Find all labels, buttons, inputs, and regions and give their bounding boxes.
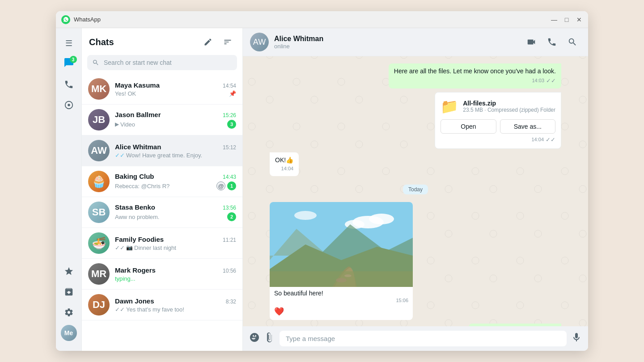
avatar-dawn: DJ (88, 294, 110, 316)
msg-meta-m2: 14:04 ✓✓ (441, 136, 555, 143)
chat-time-mark: 10:56 (223, 268, 236, 274)
chat-time-maya: 14:54 (223, 83, 236, 89)
nav-menu[interactable]: ☰ (60, 34, 78, 52)
unread-badge-jason: 3 (227, 120, 236, 129)
chat-item-maya[interactable]: MK Maya Kasuma 14:54 Yes! OK 📌 (82, 74, 242, 105)
new-chat-button[interactable] (200, 34, 216, 50)
message-m1: Here are all the files. Let me know once… (389, 63, 561, 88)
msg-text-m3: OK!👍 (275, 156, 293, 164)
chat-info-stasa: Stasa Benko 13:56 Aww no problem. 2 (115, 203, 236, 221)
chat-time-jason: 15:26 (223, 112, 236, 118)
attach-button[interactable] (264, 332, 275, 345)
voice-call-button[interactable] (543, 34, 560, 51)
svg-point-4 (369, 214, 394, 224)
chat-name-jason: Jason Ballmer (115, 111, 161, 118)
chat-preview-mark: typing... (115, 275, 236, 282)
chat-item-alice[interactable]: AW Alice Whitman 15:12 ✓✓ Wow! Have grea… (82, 135, 242, 166)
chat-item-baking[interactable]: 🧁 Baking Club 14:43 Rebecca: @Chris R? @… (82, 166, 242, 197)
unread-badge-baking: @ (216, 181, 225, 190)
titlebar: WhatsApp — □ ✕ (56, 11, 588, 28)
titlebar-title: WhatsApp (74, 16, 551, 23)
unread-badge-stasa: 2 (227, 212, 236, 221)
close-button[interactable]: ✕ (576, 16, 583, 23)
emoji-button[interactable] (249, 332, 260, 345)
nav-calls[interactable] (60, 76, 78, 93)
maximize-button[interactable]: □ (563, 16, 570, 23)
chat-filter-button[interactable] (220, 34, 235, 50)
chat-info-mark: Mark Rogers 10:56 typing... (115, 266, 236, 282)
chat-name-dawn: Dawn Jones (115, 297, 154, 305)
search-bar (87, 55, 237, 70)
chat-item-jason[interactable]: JB Jason Ballmer 15:26 ▶ Video 3 (82, 105, 242, 135)
chat-name-mark: Mark Rogers (115, 266, 156, 274)
chats-badge: 3 (70, 56, 77, 63)
search-input[interactable] (101, 55, 232, 70)
photo-time: 15:06 (396, 298, 408, 303)
chat-name-alice: Alice Whitman (115, 143, 161, 151)
chats-title: Chats (89, 37, 114, 47)
chat-item-mark[interactable]: MR Mark Rogers 10:56 typing... (82, 259, 242, 290)
chat-name-maya: Maya Kasuma (115, 81, 160, 89)
chat-list-panel: Chats MK (82, 28, 243, 351)
chat-info-baking: Baking Club 14:43 Rebecca: @Chris R? @ 1 (115, 173, 236, 190)
chat-info-jason: Jason Ballmer 15:26 ▶ Video 3 (115, 111, 236, 129)
nav-chats[interactable]: 3 (60, 55, 78, 73)
video-call-button[interactable] (523, 34, 540, 51)
chat-time-dawn: 8:32 (226, 299, 236, 305)
chat-header-info: Alice Whitman online (274, 35, 523, 50)
chat-preview-jason: ▶ Video (115, 121, 225, 128)
file-open-button[interactable]: Open (441, 119, 496, 134)
svg-point-1 (68, 104, 70, 106)
msg-time-m2: 14:04 (531, 137, 544, 142)
chat-item-family[interactable]: 🍜 Family Foodies 11:21 ✓✓ 📷 Dinner last … (82, 228, 242, 259)
chat-time-family: 11:21 (223, 237, 236, 243)
chat-header-status: online (274, 43, 523, 50)
chat-list-icons (200, 34, 235, 50)
nav-starred[interactable] (60, 262, 78, 280)
chat-preview-dawn: ✓✓ Yes that's my fave too! (115, 306, 236, 313)
file-save-button[interactable]: Save as... (500, 119, 555, 134)
msg-bubble-m3: OK!👍 14:04 (270, 152, 299, 176)
photo-image[interactable] (270, 202, 413, 287)
file-icon-m2: 📁 (441, 98, 458, 115)
avatar-jason: JB (88, 109, 110, 130)
msg-text-m1: Here are all the files. Let me know once… (394, 67, 556, 75)
chat-item-stasa[interactable]: SB Stasa Benko 13:56 Aww no problem. 2 (82, 197, 242, 228)
msg-meta-m3: 14:04 (275, 165, 293, 172)
app-body: ☰ 3 Me (56, 28, 588, 351)
chat-name-family: Family Foodies (115, 236, 164, 243)
file-bubble-m2: 📁 All-files.zip 23.5 MB · Compressed (zi… (435, 92, 561, 149)
sidebar-nav: ☰ 3 Me (56, 28, 82, 351)
chat-header-name: Alice Whitman (274, 35, 523, 43)
chat-list-header: Chats (82, 28, 242, 53)
chat-time-stasa: 13:56 (223, 205, 236, 211)
voice-message-button[interactable] (571, 332, 582, 345)
message-input[interactable] (280, 331, 567, 346)
chat-header: AW Alice Whitman online (243, 28, 588, 56)
chat-header-avatar[interactable]: AW (250, 33, 269, 51)
avatar-alice: AW (88, 140, 110, 161)
chat-item-dawn[interactable]: DJ Dawn Jones 8:32 ✓✓ Yes that's my fave… (82, 290, 242, 320)
chat-list: MK Maya Kasuma 14:54 Yes! OK 📌 (82, 74, 242, 351)
nav-settings[interactable] (60, 303, 78, 321)
minimize-button[interactable]: — (551, 16, 558, 23)
chat-name-stasa: Stasa Benko (115, 203, 155, 211)
msg-time-m3: 14:04 (281, 165, 294, 172)
svg-point-11 (336, 278, 347, 282)
chat-info-family: Family Foodies 11:21 ✓✓ 📷 Dinner last ni… (115, 236, 236, 251)
chat-search-button[interactable] (564, 34, 581, 51)
svg-point-12 (344, 274, 352, 277)
file-name-m2: All-files.zip (463, 100, 555, 107)
photo-bubble-m5: So beautiful here! 15:06 ❤️ (270, 202, 413, 320)
file-meta-m2: 23.5 MB · Compressed (zipped) Folder (463, 107, 555, 113)
unread-count-baking: 1 (227, 181, 236, 190)
titlebar-controls: — □ ✕ (551, 16, 583, 23)
nav-status[interactable] (60, 96, 78, 114)
msg-meta-m1: 14:03 ✓✓ (394, 77, 556, 85)
app-logo (61, 15, 70, 24)
date-divider: Today (270, 185, 561, 193)
chat-preview-baking: Rebecca: @Chris R? (115, 183, 214, 189)
msg-ticks-m2: ✓✓ (546, 136, 555, 143)
nav-avatar[interactable]: Me (60, 324, 78, 342)
nav-archived[interactable] (60, 283, 78, 301)
